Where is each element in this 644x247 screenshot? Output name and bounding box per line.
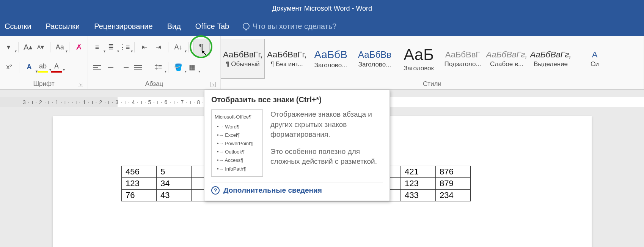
tooltip-more-info-link[interactable]: ? Дополнительные сведения: [211, 182, 383, 195]
increase-indent-button[interactable]: ⇥: [153, 42, 163, 52]
table-cell[interactable]: 456: [122, 166, 157, 178]
ribbon: ▾ A▴ A▾ Aa A̸ x² A ab A Шрифт↘ ≡ ≣ ⋮≡ ⇤ …: [0, 36, 644, 90]
title-bar: Документ Microsoft Word - Word: [0, 0, 644, 17]
justify-button[interactable]: [133, 62, 143, 73]
font-dialog-launcher[interactable]: ↘: [78, 82, 83, 87]
table-cell[interactable]: 5: [157, 166, 192, 178]
style-4[interactable]: АаБЗаголовок: [397, 39, 441, 79]
tab-references[interactable]: Ссылки: [4, 21, 32, 32]
font-size-combo[interactable]: ▾: [4, 42, 14, 52]
style-7[interactable]: АаБбВвГг,Выделение: [529, 39, 573, 79]
style-6[interactable]: АаБбВвГг,Слабое в...: [485, 39, 529, 79]
tooltip-show-marks: Отобразить все знаки (Ctrl+*) Microsoft·…: [204, 90, 390, 201]
table-cell[interactable]: 34: [157, 178, 192, 190]
table-cell[interactable]: 43: [157, 190, 192, 201]
style-1[interactable]: АаБбВвГг,¶ Без инт...: [265, 39, 309, 79]
group-font-label: Шрифт↘: [4, 79, 84, 88]
ribbon-tabs: Ссылки Рассылки Рецензирование Вид Offic…: [0, 17, 644, 36]
tooltip-title: Отобразить все знаки (Ctrl+*): [211, 95, 383, 104]
table-cell[interactable]: 433: [401, 190, 436, 201]
table-cell[interactable]: 76: [122, 190, 157, 201]
align-center-button[interactable]: [105, 62, 116, 73]
tab-mailings[interactable]: Рассылки: [45, 21, 80, 32]
shrink-font-button[interactable]: A▾: [36, 42, 46, 52]
change-case-button[interactable]: Aa: [55, 42, 65, 52]
clear-formatting-button[interactable]: A̸: [74, 42, 84, 52]
group-styles: АаБбВвГг,¶ ОбычныйАаБбВвГг,¶ Без инт...А…: [221, 36, 644, 89]
table-cell[interactable]: 234: [436, 190, 471, 201]
highlight-button[interactable]: ab: [38, 62, 48, 73]
font-color-button[interactable]: A: [51, 62, 62, 73]
window-title: Документ Microsoft Word - Word: [272, 5, 372, 13]
multilevel-list-button[interactable]: ⋮≡: [119, 42, 130, 52]
group-styles-label: Стили: [221, 79, 644, 88]
align-right-button[interactable]: [119, 62, 130, 73]
lightbulb-icon: [243, 23, 250, 30]
group-font: ▾ A▴ A▾ Aa A̸ x² A ab A Шрифт↘: [0, 36, 88, 89]
tab-office-tab[interactable]: Office Tab: [195, 21, 230, 32]
table-cell[interactable]: 876: [436, 166, 471, 178]
bullets-button[interactable]: ≡: [92, 42, 102, 52]
tooltip-preview-image: Microsoft·Office¶ •→ Word¶•→ Excel¶•→ Po…: [211, 109, 263, 177]
text-effects-button[interactable]: A: [24, 62, 35, 73]
style-8[interactable]: АСи: [573, 39, 617, 79]
table-cell[interactable]: 123: [401, 178, 436, 190]
style-0[interactable]: АаБбВвГг,¶ Обычный: [221, 39, 265, 79]
grow-font-button[interactable]: A▴: [23, 42, 33, 52]
line-spacing-button[interactable]: ‡≡: [153, 62, 163, 73]
table-cell[interactable]: 123: [122, 178, 157, 190]
table-cell[interactable]: 879: [436, 178, 471, 190]
tab-view[interactable]: Вид: [166, 21, 182, 32]
tab-review[interactable]: Рецензирование: [93, 21, 153, 32]
sort-button[interactable]: A↓: [173, 42, 184, 52]
tell-me-placeholder: Что вы хотите сделать?: [253, 22, 336, 31]
subscript-button[interactable]: x²: [4, 62, 14, 73]
shading-button[interactable]: 🪣: [173, 62, 184, 73]
group-paragraph: ≡ ≣ ⋮≡ ⇤ ⇥ A↓ ¶ ↖ ‡≡ 🪣 ▦ Абзац↘: [88, 36, 221, 89]
cursor-icon: ↖: [201, 48, 207, 57]
paragraph-dialog-launcher[interactable]: ↘: [210, 82, 216, 87]
show-hide-marks-button[interactable]: ¶ ↖: [193, 39, 210, 55]
style-2[interactable]: АаБбВЗаголово...: [309, 39, 353, 79]
decrease-indent-button[interactable]: ⇤: [139, 42, 150, 52]
tell-me-search[interactable]: Что вы хотите сделать?: [243, 22, 336, 31]
group-paragraph-label: Абзац↘: [92, 79, 217, 88]
numbering-button[interactable]: ≣: [105, 42, 116, 52]
style-3[interactable]: АаБбВвЗаголово...: [353, 39, 397, 79]
align-left-button[interactable]: [92, 62, 102, 73]
borders-button[interactable]: ▦: [187, 62, 197, 73]
table-cell[interactable]: 421: [401, 166, 436, 178]
style-5[interactable]: АаБбВвГПодзаголо...: [441, 39, 485, 79]
help-icon: ?: [211, 186, 220, 195]
tooltip-description: Отображение знаков абзаца и других скрыт…: [270, 109, 383, 177]
